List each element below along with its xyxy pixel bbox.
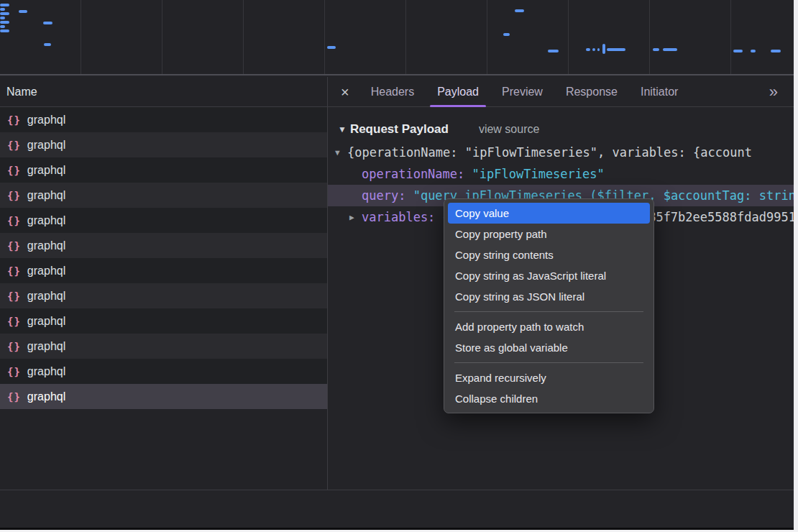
network-request-row[interactable]: {}graphql [0, 157, 327, 183]
network-request-row[interactable]: {}graphql [0, 132, 327, 157]
timeline-request-bar [0, 12, 9, 15]
payload-text-string: "ipFlowTimeseries" [472, 167, 605, 181]
menu-item-add-property-path-to-watch[interactable]: Add property path to watch [448, 316, 650, 337]
timeline-request-bar [733, 50, 743, 52]
timeline-request-bar [515, 9, 524, 12]
tab-initiator[interactable]: Initiator [629, 77, 689, 107]
request-name: graphql [27, 189, 65, 202]
tab-headers[interactable]: Headers [359, 77, 426, 107]
request-name: graphql [27, 315, 65, 328]
network-request-row[interactable]: {}graphql [0, 183, 327, 208]
context-menu: Copy valueCopy property pathCopy string … [444, 198, 654, 413]
request-name: graphql [27, 114, 65, 127]
timeline-request-bar [0, 17, 5, 19]
network-request-row[interactable]: {}graphql [0, 233, 327, 258]
request-list: {}graphql{}graphql{}graphql{}graphql{}gr… [0, 107, 327, 409]
page-background-right [794, 0, 798, 530]
section-title: Request Payload [350, 122, 449, 137]
request-name: graphql [27, 390, 65, 403]
network-request-row[interactable]: {}graphql [0, 308, 327, 334]
json-fetch-icon: {} [7, 114, 21, 126]
tab-list: HeadersPayloadPreviewResponseInitiator [359, 77, 690, 106]
timeline-request-bar [751, 50, 756, 52]
footer-area [0, 490, 794, 528]
timeline-request-bar [607, 48, 625, 51]
network-request-row[interactable]: {}graphql [0, 208, 327, 233]
request-payload-section-header[interactable]: ▼ Request Payload view source [328, 116, 794, 142]
timeline-request-bar [0, 21, 9, 24]
json-fetch-icon: {} [7, 316, 21, 327]
expanded-arrow-icon[interactable]: ▼ [335, 148, 347, 157]
menu-item-copy-string-as-javascript-literal[interactable]: Copy string as JavaScript literal [448, 265, 650, 286]
json-fetch-icon: {} [7, 215, 21, 226]
json-fetch-icon: {} [7, 391, 21, 403]
tab-preview[interactable]: Preview [490, 77, 554, 107]
timeline-request-bar [597, 48, 600, 51]
json-fetch-icon: {} [7, 366, 21, 377]
request-name: graphql [27, 365, 65, 378]
name-column-label: Name [6, 86, 37, 98]
menu-separator [454, 311, 643, 312]
more-tabs-icon[interactable]: » [769, 84, 778, 100]
network-request-row[interactable]: {}graphql [0, 384, 327, 409]
menu-item-copy-property-path[interactable]: Copy property path [448, 224, 650, 244]
json-fetch-icon: {} [7, 265, 21, 277]
json-fetch-icon: {} [7, 165, 21, 176]
timeline-request-bar [44, 43, 51, 46]
name-column-header[interactable]: Name [0, 77, 327, 107]
timeline-request-bar [503, 33, 510, 36]
close-icon[interactable]: × [341, 85, 349, 99]
payload-tree-row[interactable]: ▼{operationName: "ipFlowTimeseries", var… [328, 142, 794, 163]
timeline-request-bar [771, 50, 781, 52]
timeline-request-bar [592, 48, 595, 51]
network-request-row[interactable]: {}graphql [0, 359, 327, 384]
timeline-request-bar [0, 8, 5, 11]
timeline-request-bar [602, 44, 605, 54]
timeline-request-bar [663, 48, 677, 51]
timeline-request-bar [653, 48, 659, 51]
network-request-row[interactable]: {}graphql [0, 334, 327, 359]
json-fetch-icon: {} [7, 139, 21, 151]
timeline-request-bar [19, 10, 27, 13]
requests-panel: Name {}graphql{}graphql{}graphql{}graphq… [0, 77, 327, 490]
tab-response[interactable]: Response [554, 77, 629, 107]
view-source-link[interactable]: view source [479, 123, 539, 136]
request-name: graphql [27, 214, 65, 227]
detail-tabbar: × HeadersPayloadPreviewResponseInitiator… [328, 77, 794, 107]
payload-tree-row[interactable]: operationName: "ipFlowTimeseries" [328, 163, 794, 185]
timeline-request-bar [586, 48, 590, 51]
request-name: graphql [27, 340, 65, 353]
request-name: graphql [27, 265, 65, 278]
request-name: graphql [27, 139, 65, 152]
menu-item-copy-value[interactable]: Copy value [448, 203, 650, 224]
collapsed-arrow-icon[interactable]: ▶ [349, 213, 362, 222]
timeline-request-bar [548, 50, 559, 52]
timeline-request-bar [0, 4, 9, 6]
devtools-network-panel: Name {}graphql{}graphql{}graphql{}graphq… [0, 0, 798, 532]
menu-item-expand-recursively[interactable]: Expand recursively [448, 367, 650, 388]
payload-text-key: variables: [362, 210, 443, 224]
timeline-request-bar [327, 46, 336, 49]
menu-item-copy-string-contents[interactable]: Copy string contents [448, 244, 650, 265]
menu-item-copy-string-as-json-literal[interactable]: Copy string as JSON literal [448, 286, 650, 307]
json-fetch-icon: {} [7, 290, 21, 302]
menu-item-collapse-children[interactable]: Collapse children [448, 388, 650, 409]
payload-text-preview: {operationName: "ipFlowTimeseries", vari… [347, 145, 752, 160]
tab-payload[interactable]: Payload [426, 77, 490, 107]
network-request-row[interactable]: {}graphql [0, 258, 327, 283]
request-name: graphql [27, 164, 65, 177]
network-request-row[interactable]: {}graphql [0, 283, 327, 308]
network-request-row[interactable]: {}graphql [0, 107, 327, 132]
menu-item-store-as-global-variable[interactable]: Store as global variable [448, 337, 650, 358]
network-overview-timeline[interactable] [0, 0, 794, 75]
timeline-request-bar [0, 25, 5, 28]
request-name: graphql [27, 239, 65, 252]
section-expanded-arrow-icon[interactable]: ▼ [338, 124, 347, 134]
payload-text-key: query: [362, 188, 413, 203]
request-name: graphql [27, 290, 65, 303]
timeline-request-bar [0, 29, 9, 32]
timeline-request-bar [43, 22, 52, 24]
json-fetch-icon: {} [7, 190, 21, 201]
menu-separator [454, 362, 643, 363]
json-fetch-icon: {} [7, 240, 21, 252]
